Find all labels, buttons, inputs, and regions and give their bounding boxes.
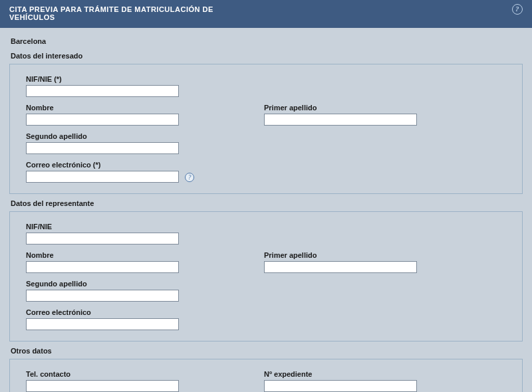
section-title-representante: Datos del representante xyxy=(11,199,523,207)
label-otros-tel: Tel. contacto xyxy=(26,370,251,378)
input-otros-expediente[interactable] xyxy=(264,380,417,392)
input-interesado-nif[interactable] xyxy=(26,85,179,97)
location-label: Barcelona xyxy=(11,37,523,45)
input-interesado-apellido1[interactable] xyxy=(264,114,417,126)
label-rep-nombre: Nombre xyxy=(26,251,251,259)
content-area: Barcelona Datos del interesado NIF/NIE (… xyxy=(0,28,532,392)
label-interesado-apellido1: Primer apellido xyxy=(264,104,506,112)
label-interesado-nombre: Nombre xyxy=(26,104,251,112)
page-title-line2: VEHÍCULOS xyxy=(9,13,55,21)
section-title-otros: Otros datos xyxy=(11,347,523,355)
input-rep-apellido2[interactable] xyxy=(26,290,179,302)
label-rep-apellido1: Primer apellido xyxy=(264,251,506,259)
label-rep-correo: Correo electrónico xyxy=(26,308,251,316)
label-interesado-nif: NIF/NIE (*) xyxy=(26,75,251,83)
section-title-interesado: Datos del interesado xyxy=(11,52,523,60)
help-icon-correo[interactable]: ? xyxy=(185,173,194,182)
section-box-interesado: NIF/NIE (*) Nombre Primer apellido Segun… xyxy=(9,64,523,194)
header-bar: CITA PREVIA PARA TRÁMITE DE MATRICULACIÓ… xyxy=(0,0,532,28)
section-box-representante: NIF/NIE Nombre Primer apellido Segundo a… xyxy=(9,211,523,342)
input-interesado-apellido2[interactable] xyxy=(26,142,179,154)
input-interesado-correo[interactable] xyxy=(26,171,179,183)
help-icon[interactable]: ? xyxy=(512,4,523,15)
label-interesado-correo: Correo electrónico (*) xyxy=(26,161,251,169)
label-otros-expediente: Nº expediente xyxy=(264,370,506,378)
label-rep-apellido2: Segundo apellido xyxy=(26,280,251,288)
input-rep-nif[interactable] xyxy=(26,233,179,245)
label-rep-nif: NIF/NIE xyxy=(26,223,251,231)
input-interesado-nombre[interactable] xyxy=(26,114,179,126)
input-rep-correo[interactable] xyxy=(26,318,179,330)
input-rep-apellido1[interactable] xyxy=(264,261,417,273)
section-box-otros: Tel. contacto Nº expediente Matrícula o … xyxy=(9,359,523,392)
input-rep-nombre[interactable] xyxy=(26,261,179,273)
label-interesado-apellido2: Segundo apellido xyxy=(26,132,251,140)
input-otros-tel[interactable] xyxy=(26,380,179,392)
page-title-line1: CITA PREVIA PARA TRÁMITE DE MATRICULACIÓ… xyxy=(9,5,213,13)
